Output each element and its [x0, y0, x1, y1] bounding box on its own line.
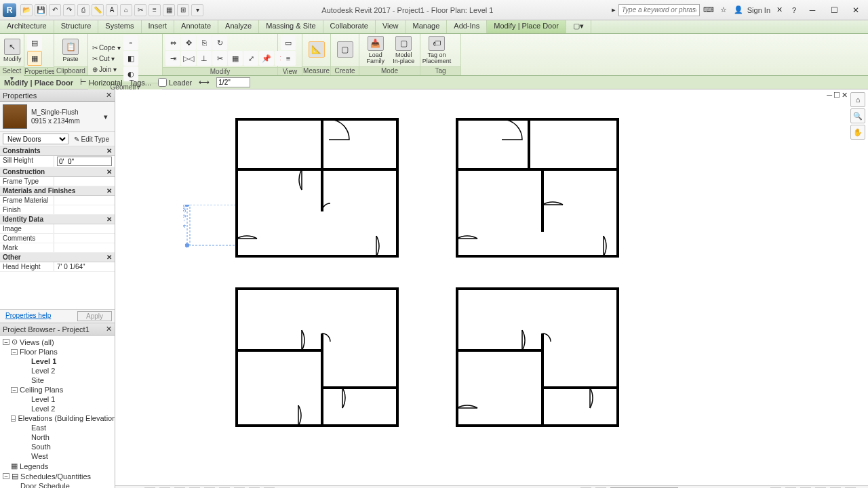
leader-checkbox[interactable]: Leader — [158, 78, 192, 87]
split-icon[interactable]: ✂ — [212, 51, 227, 66]
node-level1[interactable]: Level 1 — [1, 357, 113, 366]
param-image[interactable]: Image — [0, 224, 115, 234]
trim-icon[interactable]: ⊥ — [197, 51, 212, 66]
tags-button[interactable]: Tags... — [130, 79, 151, 87]
tab-annotate[interactable]: Annotate — [174, 20, 218, 33]
edit-type-button[interactable]: ✎Edit Type — [71, 136, 112, 143]
exchange-icon[interactable]: ✕ — [773, 4, 785, 16]
switch-windows-icon[interactable]: ⊞ — [177, 4, 189, 16]
tab-architecture[interactable]: Architecture — [0, 20, 54, 33]
param-frame-material[interactable]: Frame Material — [0, 196, 115, 205]
group-other[interactable]: Other✕ — [0, 253, 115, 262]
drawing-canvas[interactable]: ⌂ 🔍 ✋ ─ ☐ ✕ 4' - 9 3/64" — [115, 89, 868, 488]
node-south[interactable]: South — [1, 442, 113, 451]
node-east[interactable]: East — [1, 423, 113, 432]
help-icon[interactable]: ? — [788, 4, 800, 16]
view-tool2-icon[interactable]: ≡ — [281, 51, 296, 66]
node-ceiling-plans[interactable]: −Ceiling Plans — [1, 385, 113, 394]
modify-tool-button[interactable]: ↖Modify — [3, 35, 22, 65]
qat-dropdown-icon[interactable]: ▾ — [191, 4, 203, 16]
node-north[interactable]: North — [1, 432, 113, 442]
view-tool-icon[interactable]: ▭ — [281, 35, 296, 50]
instance-filter-dropdown[interactable]: New Doors — [3, 134, 68, 144]
rotate-icon[interactable]: ↻ — [212, 35, 227, 50]
tab-expand-icon[interactable]: ▢▾ — [566, 20, 591, 33]
type-properties-icon[interactable]: ▤ — [27, 35, 42, 50]
sign-in-link[interactable]: Sign In — [747, 6, 770, 14]
search-input[interactable] — [618, 4, 700, 16]
node-cp-level2[interactable]: Level 2 — [1, 404, 113, 413]
app-logo[interactable]: R — [3, 3, 16, 17]
node-views[interactable]: −⊙ Views (all) — [1, 337, 113, 347]
node-west[interactable]: West — [1, 451, 113, 461]
undo-icon[interactable]: ↶ — [49, 4, 61, 16]
node-cp-level1[interactable]: Level 1 — [1, 394, 113, 404]
properties-button[interactable]: ▦ — [27, 51, 42, 66]
tab-structure[interactable]: Structure — [54, 20, 99, 33]
param-head-height[interactable]: Head Height7' 0 1/64" — [0, 262, 115, 272]
3d-icon[interactable]: ⌂ — [120, 4, 132, 16]
paste-button[interactable]: 📋Paste — [57, 35, 84, 65]
properties-help-link[interactable]: Properties help — [3, 310, 54, 321]
tab-collaborate[interactable]: Collaborate — [323, 20, 376, 33]
group-construction[interactable]: Construction✕ — [0, 167, 115, 177]
close-hidden-icon[interactable]: ▦ — [163, 4, 175, 16]
tab-systems[interactable]: Systems — [98, 20, 141, 33]
cope-button[interactable]: ✂Cope ▾ — [91, 43, 122, 52]
node-door-schedule[interactable]: Door Schedule — [1, 481, 113, 488]
array-icon[interactable]: ▦ — [228, 51, 243, 66]
browser-close-icon[interactable]: ✕ — [106, 325, 112, 333]
load-family-button[interactable]: 📥Load Family — [362, 35, 389, 65]
minimize-button[interactable]: ─ — [803, 3, 822, 17]
join-button[interactable]: ⊕Join ▾ — [91, 64, 122, 74]
section-icon[interactable]: ✂ — [134, 4, 146, 16]
tab-manage[interactable]: Manage — [406, 20, 448, 33]
cut-button[interactable]: ✂Cut ▾ — [91, 54, 122, 63]
sill-height-input[interactable] — [57, 157, 112, 166]
param-frame-type[interactable]: Frame Type — [0, 177, 115, 186]
param-comments[interactable]: Comments — [0, 234, 115, 243]
properties-close-icon[interactable]: ✕ — [106, 91, 112, 100]
group-constraints[interactable]: Constraints✕ — [0, 146, 115, 156]
leader-offset-input[interactable] — [216, 77, 250, 87]
tag-on-placement-button[interactable]: 🏷Tag on Placement — [423, 35, 450, 65]
param-sill-height[interactable]: Sill Height — [0, 156, 115, 167]
create-button[interactable]: ▢ — [334, 35, 356, 65]
measure-icon[interactable]: 📏 — [92, 4, 104, 16]
apply-button[interactable]: Apply — [77, 311, 112, 321]
scale-icon[interactable]: ⤢ — [243, 51, 258, 66]
save-icon[interactable]: 💾 — [35, 4, 47, 16]
maximize-button[interactable]: ☐ — [825, 3, 844, 17]
measure-button[interactable]: 📐 — [305, 35, 328, 65]
type-selector[interactable]: M_Single-Flush 0915 x 2134mm ▾ — [0, 102, 115, 132]
horizontal-option[interactable]: ⊢Horizontal — [80, 78, 123, 87]
subscription-icon[interactable]: ☆ — [717, 4, 730, 16]
tab-analyze[interactable]: Analyze — [218, 20, 259, 33]
tab-add-ins[interactable]: Add-Ins — [447, 20, 487, 33]
node-schedules[interactable]: −▤ Schedules/Quantities — [1, 471, 113, 481]
text-icon[interactable]: A — [106, 4, 118, 16]
tab-massing-site[interactable]: Massing & Site — [259, 20, 323, 33]
node-level2[interactable]: Level 2 — [1, 366, 113, 375]
open-icon[interactable]: 📂 — [20, 4, 33, 16]
print-icon[interactable]: ⎙ — [77, 4, 90, 16]
tab-view[interactable]: View — [376, 20, 406, 33]
move-icon[interactable]: ✥ — [181, 35, 196, 50]
node-elevations[interactable]: −Elevations (Building Elevation) — [1, 413, 113, 423]
node-site[interactable]: Site — [1, 375, 113, 385]
param-finish[interactable]: Finish — [0, 205, 115, 215]
tab-modify-place-door[interactable]: Modify | Place Door — [487, 20, 566, 33]
copy-icon[interactable]: ⎘ — [197, 35, 212, 50]
type-dropdown-icon[interactable]: ▾ — [104, 113, 112, 121]
tab-insert[interactable]: Insert — [142, 20, 175, 33]
geom-tool1-icon[interactable]: ▫ — [123, 35, 138, 50]
align-icon[interactable]: ⇔ — [165, 35, 180, 50]
keyboard-icon[interactable]: ⌨ — [703, 4, 715, 16]
node-floor-plans[interactable]: −Floor Plans — [1, 347, 113, 357]
group-identity[interactable]: Identity Data✕ — [0, 215, 115, 224]
offset-icon[interactable]: ⇥ — [165, 51, 180, 66]
pin-icon[interactable]: 📌 — [259, 51, 274, 66]
group-materials[interactable]: Materials and Finishes✕ — [0, 186, 115, 196]
close-button[interactable]: ✕ — [846, 3, 865, 17]
node-legends[interactable]: ▦ Legends — [1, 461, 113, 471]
